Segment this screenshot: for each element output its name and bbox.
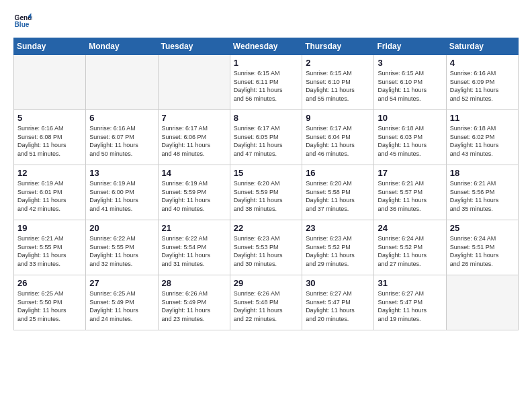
- day-info: Sunrise: 6:18 AM Sunset: 6:02 PM Dayligh…: [450, 124, 515, 158]
- calendar-cell: 29Sunrise: 6:26 AM Sunset: 5:48 PM Dayli…: [230, 275, 302, 330]
- day-info: Sunrise: 6:19 AM Sunset: 6:00 PM Dayligh…: [89, 179, 154, 213]
- weekday-header-row: SundayMondayTuesdayWednesdayThursdayFrid…: [14, 38, 519, 55]
- calendar-cell: 17Sunrise: 6:21 AM Sunset: 5:57 PM Dayli…: [374, 165, 446, 220]
- calendar-cell: 2Sunrise: 6:15 AM Sunset: 6:10 PM Daylig…: [302, 55, 374, 110]
- day-number: 21: [162, 223, 226, 233]
- day-number: 14: [162, 168, 226, 178]
- calendar-cell: 9Sunrise: 6:17 AM Sunset: 6:04 PM Daylig…: [302, 110, 374, 165]
- day-number: 20: [89, 223, 154, 233]
- day-info: Sunrise: 6:21 AM Sunset: 5:56 PM Dayligh…: [450, 179, 515, 213]
- day-number: 18: [450, 168, 515, 178]
- day-number: 7: [162, 113, 226, 123]
- day-info: Sunrise: 6:23 AM Sunset: 5:52 PM Dayligh…: [306, 234, 370, 268]
- week-row-5: 26Sunrise: 6:25 AM Sunset: 5:50 PM Dayli…: [14, 275, 519, 330]
- day-info: Sunrise: 6:24 AM Sunset: 5:51 PM Dayligh…: [450, 234, 515, 268]
- day-info: Sunrise: 6:18 AM Sunset: 6:03 PM Dayligh…: [378, 124, 442, 158]
- logo: General Blue: [13, 12, 32, 31]
- day-info: Sunrise: 6:21 AM Sunset: 5:55 PM Dayligh…: [17, 234, 82, 268]
- calendar-cell: 12Sunrise: 6:19 AM Sunset: 6:01 PM Dayli…: [14, 165, 86, 220]
- day-number: 19: [17, 223, 82, 233]
- day-info: Sunrise: 6:15 AM Sunset: 6:11 PM Dayligh…: [234, 69, 298, 103]
- day-number: 27: [89, 278, 154, 288]
- weekday-header-thursday: Thursday: [302, 38, 374, 55]
- calendar-cell: 21Sunrise: 6:22 AM Sunset: 5:54 PM Dayli…: [158, 220, 230, 275]
- calendar-cell: 23Sunrise: 6:23 AM Sunset: 5:52 PM Dayli…: [302, 220, 374, 275]
- day-number: 2: [306, 58, 370, 68]
- day-info: Sunrise: 6:16 AM Sunset: 6:09 PM Dayligh…: [450, 69, 515, 103]
- calendar-cell: 10Sunrise: 6:18 AM Sunset: 6:03 PM Dayli…: [374, 110, 446, 165]
- svg-text:Blue: Blue: [15, 21, 30, 28]
- day-number: 6: [89, 113, 154, 123]
- day-info: Sunrise: 6:16 AM Sunset: 6:08 PM Dayligh…: [17, 124, 82, 158]
- day-info: Sunrise: 6:15 AM Sunset: 6:10 PM Dayligh…: [306, 69, 370, 103]
- day-number: 11: [450, 113, 515, 123]
- day-info: Sunrise: 6:23 AM Sunset: 5:53 PM Dayligh…: [234, 234, 298, 268]
- calendar-cell: 26Sunrise: 6:25 AM Sunset: 5:50 PM Dayli…: [14, 275, 86, 330]
- calendar-cell: [14, 55, 86, 110]
- calendar-cell: 8Sunrise: 6:17 AM Sunset: 6:05 PM Daylig…: [230, 110, 302, 165]
- day-number: 23: [306, 223, 370, 233]
- calendar-cell: 22Sunrise: 6:23 AM Sunset: 5:53 PM Dayli…: [230, 220, 302, 275]
- day-number: 29: [234, 278, 298, 288]
- day-info: Sunrise: 6:24 AM Sunset: 5:52 PM Dayligh…: [378, 234, 442, 268]
- calendar-cell: 1Sunrise: 6:15 AM Sunset: 6:11 PM Daylig…: [230, 55, 302, 110]
- day-number: 5: [17, 113, 82, 123]
- calendar-cell: 14Sunrise: 6:19 AM Sunset: 5:59 PM Dayli…: [158, 165, 230, 220]
- day-number: 17: [378, 168, 442, 178]
- calendar-table: SundayMondayTuesdayWednesdayThursdayFrid…: [13, 38, 519, 330]
- calendar-cell: 6Sunrise: 6:16 AM Sunset: 6:07 PM Daylig…: [86, 110, 158, 165]
- calendar-cell: 11Sunrise: 6:18 AM Sunset: 6:02 PM Dayli…: [446, 110, 518, 165]
- day-info: Sunrise: 6:25 AM Sunset: 5:50 PM Dayligh…: [17, 289, 82, 323]
- calendar-cell: 13Sunrise: 6:19 AM Sunset: 6:00 PM Dayli…: [86, 165, 158, 220]
- page-header: General Blue: [13, 12, 519, 31]
- calendar-cell: 18Sunrise: 6:21 AM Sunset: 5:56 PM Dayli…: [446, 165, 518, 220]
- week-row-4: 19Sunrise: 6:21 AM Sunset: 5:55 PM Dayli…: [14, 220, 519, 275]
- day-info: Sunrise: 6:17 AM Sunset: 6:04 PM Dayligh…: [306, 124, 370, 158]
- day-number: 4: [450, 58, 515, 68]
- day-number: 31: [378, 278, 442, 288]
- week-row-2: 5Sunrise: 6:16 AM Sunset: 6:08 PM Daylig…: [14, 110, 519, 165]
- day-number: 24: [378, 223, 442, 233]
- day-info: Sunrise: 6:25 AM Sunset: 5:49 PM Dayligh…: [89, 289, 154, 323]
- calendar-cell: 30Sunrise: 6:27 AM Sunset: 5:47 PM Dayli…: [302, 275, 374, 330]
- weekday-header-monday: Monday: [86, 38, 158, 55]
- logo-icon: General Blue: [13, 12, 32, 31]
- day-info: Sunrise: 6:19 AM Sunset: 6:01 PM Dayligh…: [17, 179, 82, 213]
- calendar-cell: 19Sunrise: 6:21 AM Sunset: 5:55 PM Dayli…: [14, 220, 86, 275]
- day-info: Sunrise: 6:26 AM Sunset: 5:48 PM Dayligh…: [234, 289, 298, 323]
- day-info: Sunrise: 6:17 AM Sunset: 6:06 PM Dayligh…: [162, 124, 226, 158]
- day-number: 16: [306, 168, 370, 178]
- day-number: 10: [378, 113, 442, 123]
- calendar-cell: 27Sunrise: 6:25 AM Sunset: 5:49 PM Dayli…: [86, 275, 158, 330]
- day-number: 8: [234, 113, 298, 123]
- day-info: Sunrise: 6:22 AM Sunset: 5:55 PM Dayligh…: [89, 234, 154, 268]
- day-number: 30: [306, 278, 370, 288]
- calendar-cell: [158, 55, 230, 110]
- weekday-header-sunday: Sunday: [14, 38, 86, 55]
- day-number: 28: [162, 278, 226, 288]
- calendar-cell: 20Sunrise: 6:22 AM Sunset: 5:55 PM Dayli…: [86, 220, 158, 275]
- day-number: 3: [378, 58, 442, 68]
- day-info: Sunrise: 6:22 AM Sunset: 5:54 PM Dayligh…: [162, 234, 226, 268]
- calendar-cell: 5Sunrise: 6:16 AM Sunset: 6:08 PM Daylig…: [14, 110, 86, 165]
- day-number: 9: [306, 113, 370, 123]
- calendar-cell: 4Sunrise: 6:16 AM Sunset: 6:09 PM Daylig…: [446, 55, 518, 110]
- day-info: Sunrise: 6:27 AM Sunset: 5:47 PM Dayligh…: [378, 289, 442, 323]
- day-info: Sunrise: 6:19 AM Sunset: 5:59 PM Dayligh…: [162, 179, 226, 213]
- calendar-cell: 3Sunrise: 6:15 AM Sunset: 6:10 PM Daylig…: [374, 55, 446, 110]
- day-number: 15: [234, 168, 298, 178]
- day-number: 22: [234, 223, 298, 233]
- calendar-cell: [86, 55, 158, 110]
- day-info: Sunrise: 6:27 AM Sunset: 5:47 PM Dayligh…: [306, 289, 370, 323]
- weekday-header-friday: Friday: [374, 38, 446, 55]
- calendar-cell: 15Sunrise: 6:20 AM Sunset: 5:59 PM Dayli…: [230, 165, 302, 220]
- weekday-header-wednesday: Wednesday: [230, 38, 302, 55]
- week-row-3: 12Sunrise: 6:19 AM Sunset: 6:01 PM Dayli…: [14, 165, 519, 220]
- day-number: 25: [450, 223, 515, 233]
- calendar-cell: 16Sunrise: 6:20 AM Sunset: 5:58 PM Dayli…: [302, 165, 374, 220]
- day-number: 12: [17, 168, 82, 178]
- day-info: Sunrise: 6:17 AM Sunset: 6:05 PM Dayligh…: [234, 124, 298, 158]
- calendar-cell: 31Sunrise: 6:27 AM Sunset: 5:47 PM Dayli…: [374, 275, 446, 330]
- day-number: 13: [89, 168, 154, 178]
- day-info: Sunrise: 6:26 AM Sunset: 5:49 PM Dayligh…: [162, 289, 226, 323]
